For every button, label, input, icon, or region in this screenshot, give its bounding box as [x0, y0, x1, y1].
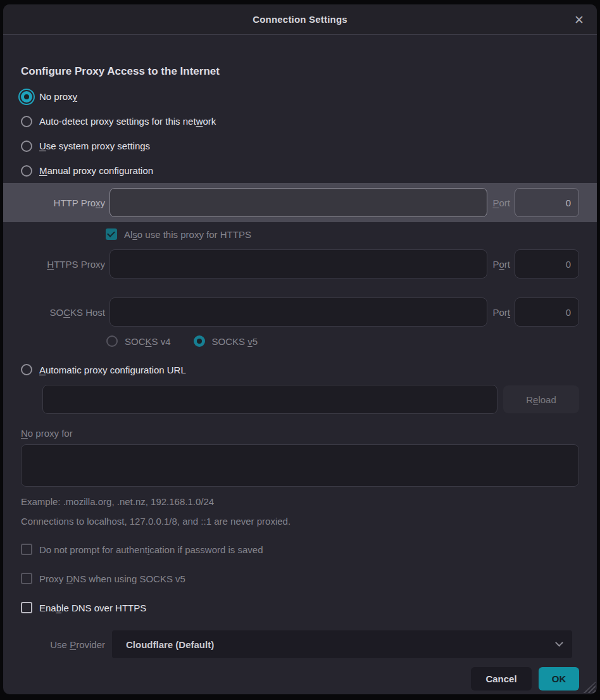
checkbox-icon[interactable] — [21, 573, 32, 584]
https-port-input[interactable] — [515, 249, 579, 278]
http-proxy-row: HTTP Proxy Port — [3, 183, 597, 222]
checkbox-icon[interactable] — [21, 544, 32, 555]
chevron-down-icon — [555, 639, 563, 647]
checkbox-label: Enable DNS over HTTPS — [39, 603, 146, 613]
socks-host-row: SOCKS Host Port — [21, 297, 579, 327]
https-proxy-input[interactable] — [109, 249, 487, 278]
radio-label: Automatic proxy configuration URL — [39, 365, 186, 375]
radio-button-icon[interactable] — [21, 116, 32, 127]
radio-label: Auto-detect proxy settings for this netw… — [39, 116, 216, 127]
close-icon[interactable]: ✕ — [569, 9, 589, 30]
checkbox-icon[interactable] — [21, 602, 32, 613]
checkbox-label: Proxy DNS when using SOCKS v5 — [39, 573, 185, 584]
radio-button-icon[interactable] — [21, 141, 32, 152]
https-proxy-label: HTTPS Proxy — [21, 259, 105, 270]
checkbox-label: Also use this proxy for HTTPS — [124, 229, 251, 240]
radio-button-icon[interactable] — [21, 165, 32, 177]
dialog-footer: Cancel OK — [21, 667, 579, 691]
connection-settings-dialog: Connection Settings ✕ Configure Proxy Ac… — [3, 4, 597, 694]
https-port-label: Port — [492, 259, 510, 270]
no-proxy-for-label: No proxy for — [21, 428, 579, 439]
http-proxy-input[interactable] — [109, 188, 487, 217]
socks-host-input[interactable] — [109, 297, 487, 327]
provider-dropdown[interactable]: Cloudflare (Default) — [112, 630, 572, 658]
radio-automatic-proxy-url[interactable]: Automatic proxy configuration URL — [21, 361, 579, 378]
provider-selected-value: Cloudflare (Default) — [126, 639, 556, 650]
enable-doh-checkbox-row[interactable]: Enable DNS over HTTPS — [21, 601, 579, 614]
no-prompt-auth-checkbox-row[interactable]: Do not prompt for authentication if pass… — [21, 543, 579, 556]
localhost-note-text: Connections to localhost, 127.0.0.1/8, a… — [21, 516, 579, 527]
checkbox-icon[interactable] — [106, 228, 117, 240]
http-port-label: Port — [492, 197, 510, 208]
no-proxy-for-textarea[interactable] — [21, 444, 579, 487]
proxy-dns-socks5-checkbox-row[interactable]: Proxy DNS when using SOCKS v5 — [21, 572, 579, 585]
checkbox-label: Do not prompt for authentication if pass… — [39, 544, 263, 555]
proxy-mode-radiogroup: No proxy Auto-detect proxy settings for … — [21, 84, 579, 183]
socks-host-label: SOCKS Host — [21, 307, 105, 318]
options-checkbox-list: Do not prompt for authentication if pass… — [21, 543, 579, 614]
also-use-for-https-checkbox-row[interactable]: Also use this proxy for HTTPS — [106, 225, 579, 244]
dialog-titlebar: Connection Settings ✕ — [3, 4, 597, 35]
doh-provider-row: Use Provider Cloudflare (Default) — [21, 630, 579, 658]
page-title: Configure Proxy Access to the Internet — [21, 65, 579, 78]
cancel-button[interactable]: Cancel — [471, 667, 532, 691]
use-provider-label: Use Provider — [21, 639, 105, 650]
radio-button-icon[interactable] — [21, 91, 32, 103]
dialog-content: Configure Proxy Access to the Internet N… — [3, 65, 597, 691]
socks-version-radiogroup: SOCKS v4 SOCKS v5 — [106, 334, 579, 348]
radio-button-icon[interactable] — [21, 364, 32, 375]
reload-button[interactable]: Reload — [503, 385, 579, 413]
https-proxy-row: HTTPS Proxy Port — [21, 249, 579, 278]
radio-label: Use system proxy settings — [39, 141, 150, 151]
radio-manual-proxy[interactable]: Manual proxy configuration — [21, 158, 579, 183]
radio-auto-detect[interactable]: Auto-detect proxy settings for this netw… — [21, 109, 579, 134]
auto-proxy-url-row: Reload — [21, 385, 579, 414]
radio-use-system-proxy[interactable]: Use system proxy settings — [21, 134, 579, 158]
auto-proxy-url-input[interactable] — [42, 385, 497, 414]
socks-port-input[interactable] — [515, 297, 579, 327]
radio-label: Manual proxy configuration — [39, 165, 153, 176]
dialog-title: Connection Settings — [253, 14, 347, 25]
radio-socks-v5-icon[interactable] — [194, 335, 205, 347]
radio-label: No proxy — [39, 91, 77, 102]
socks-v4-label: SOCKS v4 — [125, 336, 171, 347]
no-proxy-example-text: Example: .mozilla.org, .net.nz, 192.168.… — [21, 496, 579, 507]
socks-port-label: Port — [492, 307, 510, 318]
http-port-input[interactable] — [515, 188, 579, 217]
http-proxy-label: HTTP Proxy — [21, 197, 105, 208]
socks-v5-label: SOCKS v5 — [212, 336, 258, 347]
radio-no-proxy[interactable]: No proxy — [21, 84, 579, 109]
ok-button[interactable]: OK — [539, 667, 579, 691]
radio-socks-v4-icon[interactable] — [106, 335, 118, 347]
